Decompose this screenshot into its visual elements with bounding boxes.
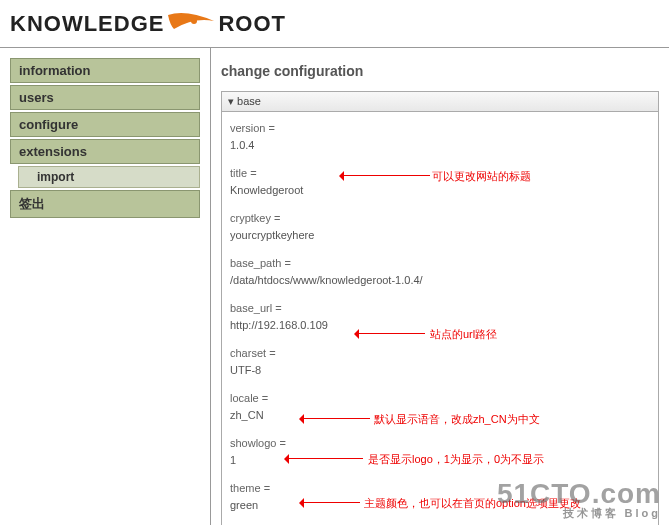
logo-text-1: KNOWLEDGE [10,11,164,37]
config-version: version =1.0.4 [230,120,650,153]
watermark: 51CTO.com 技术博客 Blog [497,480,661,519]
sidebar: information users configure extensions i… [0,48,210,525]
collapse-icon: ▾ [228,95,237,107]
nav-sub-import[interactable]: import [18,166,200,188]
watermark-main: 51CTO.com [497,480,661,508]
config-basepath: base_path =/data/htdocs/www/knowledgeroo… [230,255,650,288]
nav-extensions[interactable]: extensions [10,139,200,164]
config-baseurl: base_url =http://192.168.0.109 [230,300,650,333]
logo: KNOWLEDGE ROOT [10,7,286,41]
header: KNOWLEDGE ROOT [0,0,669,48]
config-charset: charset =UTF-8 [230,345,650,378]
panel-body: version =1.0.4 title =Knowledgeroot cryp… [221,112,659,525]
watermark-sub: 技术博客 Blog [497,508,661,519]
nav-information[interactable]: information [10,58,200,83]
nav-signout[interactable]: 签出 [10,190,200,218]
logo-text-2: ROOT [218,11,286,37]
nav-configure[interactable]: configure [10,112,200,137]
page-title: change configuration [221,63,659,79]
panel-name: base [237,95,261,107]
panel-header-base[interactable]: ▾ base [221,91,659,112]
main: information users configure extensions i… [0,48,669,525]
logo-swoosh-icon [166,7,216,41]
nav-users[interactable]: users [10,85,200,110]
config-title: title =Knowledgeroot [230,165,650,198]
content: change configuration ▾ base version =1.0… [210,48,669,525]
config-showlogo: showlogo =1 [230,435,650,468]
config-locale: locale =zh_CN [230,390,650,423]
svg-point-0 [191,18,197,24]
config-cryptkey: cryptkey =yourcryptkeyhere [230,210,650,243]
